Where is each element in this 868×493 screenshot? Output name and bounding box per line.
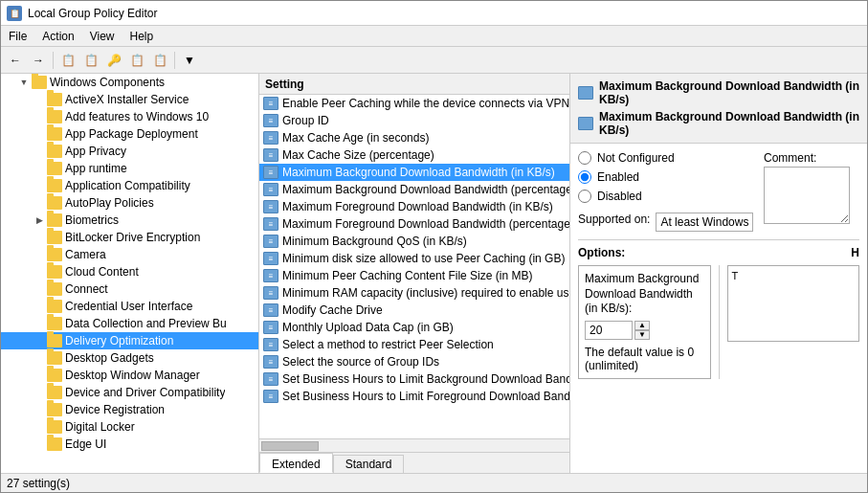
tree-item-3[interactable]: App Privacy bbox=[1, 143, 258, 160]
setting-row-1[interactable]: ≡ Group ID bbox=[259, 112, 569, 129]
main-content: ▼ Windows Components ActiveX Installer S… bbox=[1, 74, 867, 473]
setting-row-2[interactable]: ≡ Max Cache Age (in seconds) bbox=[259, 129, 569, 146]
expander-windows-components[interactable]: ▼ bbox=[16, 75, 32, 90]
radio-disabled-input[interactable] bbox=[578, 190, 591, 203]
tree-item-11[interactable]: Connect bbox=[1, 280, 258, 298]
tree-item-windows-components[interactable]: ▼ Windows Components bbox=[1, 74, 258, 91]
expander-6[interactable] bbox=[32, 195, 47, 211]
tree-item-15[interactable]: Desktop Gadgets bbox=[1, 349, 258, 367]
setting-row-12[interactable]: ≡ Modify Cache Drive bbox=[259, 302, 569, 319]
setting-row-6[interactable]: ≡ Maximum Foreground Download Bandwidth … bbox=[259, 198, 569, 215]
tree-item-5[interactable]: Application Compatibility bbox=[1, 177, 258, 194]
tree-panel[interactable]: ▼ Windows Components ActiveX Installer S… bbox=[1, 74, 259, 473]
setting-row-17[interactable]: ≡ Set Business Hours to Limit Foreground… bbox=[259, 388, 569, 405]
tree-item-4[interactable]: App runtime bbox=[1, 160, 258, 177]
tree-item-20[interactable]: Edge UI bbox=[1, 436, 258, 453]
expander-17[interactable] bbox=[32, 385, 47, 400]
setting-row-8[interactable]: ≡ Minimum Background QoS (in KB/s) bbox=[259, 233, 569, 250]
tree-item-12[interactable]: Credential User Interface bbox=[1, 298, 258, 315]
tree-item-7[interactable]: ▶ Biometrics bbox=[1, 212, 258, 229]
expander-15[interactable] bbox=[32, 350, 47, 366]
supported-on-label: Supported on: bbox=[578, 213, 650, 226]
comment-textarea[interactable] bbox=[764, 167, 850, 224]
tree-item-2[interactable]: App Package Deployment bbox=[1, 125, 258, 143]
expander-13[interactable] bbox=[32, 316, 47, 331]
setting-row-0[interactable]: ≡ Enable Peer Caching while the device c… bbox=[259, 95, 569, 112]
tree-label-9: Camera bbox=[65, 248, 106, 261]
forward-button[interactable]: → bbox=[28, 50, 49, 71]
options-left: Maximum Background Download Bandwidth (i… bbox=[578, 265, 711, 379]
tree-item-1[interactable]: Add features to Windows 10 bbox=[1, 108, 258, 125]
back-button[interactable]: ← bbox=[5, 50, 26, 71]
setting-row-4[interactable]: ≡ Maximum Background Download Bandwidth … bbox=[259, 164, 569, 181]
expander-2[interactable] bbox=[32, 126, 47, 142]
menu-action[interactable]: Action bbox=[34, 28, 81, 45]
expander-3[interactable] bbox=[32, 144, 47, 159]
setting-row-16[interactable]: ≡ Set Business Hours to Limit Background… bbox=[259, 370, 569, 388]
settings-header-label: Setting bbox=[265, 78, 304, 91]
expander-18[interactable] bbox=[32, 402, 47, 417]
filter-button[interactable]: ▼ bbox=[179, 50, 200, 71]
setting-row-13[interactable]: ≡ Monthly Upload Data Cap (in GB) bbox=[259, 319, 569, 336]
bandwidth-spinner-input[interactable] bbox=[585, 321, 633, 340]
setting-row-3[interactable]: ≡ Max Cache Size (percentage) bbox=[259, 146, 569, 164]
radio-enabled-input[interactable] bbox=[578, 170, 591, 184]
tree-item-6[interactable]: AutoPlay Policies bbox=[1, 194, 258, 212]
expander-7[interactable]: ▶ bbox=[32, 213, 47, 228]
toolbar-btn-5[interactable]: 📋 bbox=[149, 50, 170, 71]
radio-not-configured[interactable]: Not Configured bbox=[578, 151, 754, 165]
menu-view[interactable]: View bbox=[82, 28, 122, 45]
tree-item-18[interactable]: Device Registration bbox=[1, 401, 258, 418]
horizontal-scrollbar[interactable] bbox=[259, 438, 569, 452]
tree-item-13[interactable]: Data Collection and Preview Bu bbox=[1, 315, 258, 332]
setting-row-15[interactable]: ≡ Select the source of Group IDs bbox=[259, 353, 569, 370]
spinner-down-button[interactable]: ▼ bbox=[634, 330, 650, 340]
setting-row-10[interactable]: ≡ Minimum Peer Caching Content File Size… bbox=[259, 267, 569, 284]
tree-item-16[interactable]: Desktop Window Manager bbox=[1, 367, 258, 384]
menu-file[interactable]: File bbox=[1, 28, 34, 45]
tree-item-14[interactable]: Delivery Optimization bbox=[1, 332, 258, 349]
scrollbar-thumb[interactable] bbox=[261, 441, 319, 451]
tree-item-9[interactable]: Camera bbox=[1, 246, 258, 263]
expander-4[interactable] bbox=[32, 161, 47, 176]
expander-5[interactable] bbox=[32, 178, 47, 193]
setting-row-14[interactable]: ≡ Select a method to restrict Peer Selec… bbox=[259, 336, 569, 353]
menu-help[interactable]: Help bbox=[122, 28, 162, 45]
setting-row-11[interactable]: ≡ Minimum RAM capacity (inclusive) requi… bbox=[259, 284, 569, 302]
expander-8[interactable] bbox=[32, 230, 47, 245]
options-header-label: Options: bbox=[578, 246, 625, 259]
expander-1[interactable] bbox=[32, 109, 47, 124]
tree-item-8[interactable]: BitLocker Drive Encryption bbox=[1, 229, 258, 246]
folder-icon-7 bbox=[47, 213, 62, 227]
setting-row-9[interactable]: ≡ Minimum disk size allowed to use Peer … bbox=[259, 250, 569, 267]
setting-label-17: Set Business Hours to Limit Foreground D… bbox=[282, 390, 569, 403]
toolbar-btn-2[interactable]: 📋 bbox=[80, 50, 101, 71]
expander-10[interactable] bbox=[32, 264, 47, 280]
expander-12[interactable] bbox=[32, 299, 47, 314]
toolbar-btn-3[interactable]: 🔑 bbox=[103, 50, 124, 71]
tree-item-10[interactable]: Cloud Content bbox=[1, 263, 258, 280]
tree-item-19[interactable]: Digital Locker bbox=[1, 418, 258, 436]
settings-list[interactable]: ≡ Enable Peer Caching while the device c… bbox=[259, 95, 569, 438]
radio-disabled[interactable]: Disabled bbox=[578, 190, 754, 203]
toolbar-btn-4[interactable]: 📋 bbox=[126, 50, 147, 71]
tree-label-7: Biometrics bbox=[65, 213, 119, 227]
expander-20[interactable] bbox=[32, 437, 47, 452]
tree-label-0: ActiveX Installer Service bbox=[65, 93, 189, 106]
setting-row-7[interactable]: ≡ Maximum Foreground Download Bandwidth … bbox=[259, 215, 569, 233]
tab-standard[interactable]: Standard bbox=[333, 455, 405, 473]
toolbar-btn-1[interactable]: 📋 bbox=[57, 50, 78, 71]
tab-extended[interactable]: Extended bbox=[259, 453, 333, 473]
spinner-up-button[interactable]: ▲ bbox=[634, 321, 650, 330]
radio-enabled[interactable]: Enabled bbox=[578, 170, 754, 184]
expander-9[interactable] bbox=[32, 247, 47, 262]
expander-0[interactable] bbox=[32, 92, 47, 107]
expander-19[interactable] bbox=[32, 419, 47, 435]
setting-row-5[interactable]: ≡ Maximum Background Download Bandwidth … bbox=[259, 181, 569, 198]
tree-item-17[interactable]: Device and Driver Compatibility bbox=[1, 384, 258, 401]
expander-16[interactable] bbox=[32, 368, 47, 383]
expander-11[interactable] bbox=[32, 281, 47, 297]
tree-item-0[interactable]: ActiveX Installer Service bbox=[1, 91, 258, 108]
radio-not-configured-input[interactable] bbox=[578, 151, 591, 165]
expander-14[interactable] bbox=[32, 333, 47, 348]
